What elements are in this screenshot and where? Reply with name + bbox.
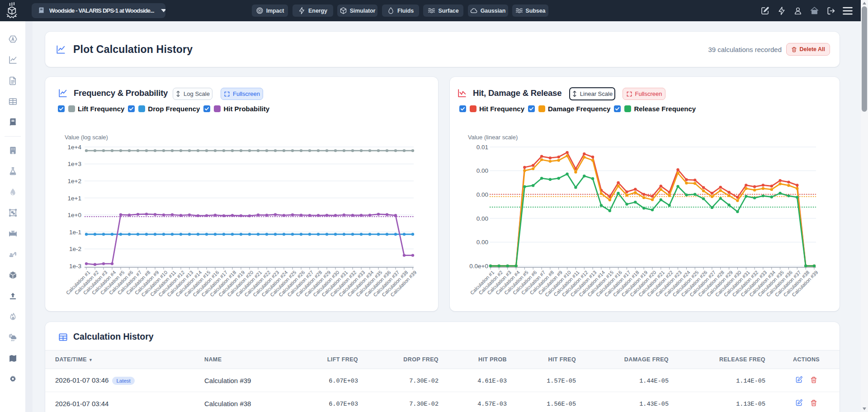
- svg-text:1e+1: 1e+1: [68, 195, 81, 202]
- svg-text:1e-2: 1e-2: [69, 246, 81, 252]
- svg-text:1e-1: 1e-1: [69, 229, 81, 236]
- svg-text:0.00: 0.00: [476, 167, 488, 174]
- svg-text:1e+2: 1e+2: [68, 178, 81, 185]
- svg-text:0.00: 0.00: [476, 239, 488, 246]
- svg-text:1e+3: 1e+3: [68, 161, 81, 167]
- svg-text:Value (log scale): Value (log scale): [65, 134, 108, 141]
- svg-text:1e+4: 1e+4: [68, 144, 82, 151]
- svg-text:0.01: 0.01: [476, 144, 488, 151]
- svg-text:0.0e+0: 0.0e+0: [469, 263, 488, 270]
- svg-text:1e-3: 1e-3: [69, 263, 81, 270]
- svg-text:0.00: 0.00: [476, 215, 488, 222]
- svg-text:Value (linear scale): Value (linear scale): [468, 134, 518, 141]
- svg-text:0.00: 0.00: [476, 191, 488, 198]
- svg-text:1e+0: 1e+0: [68, 212, 81, 218]
